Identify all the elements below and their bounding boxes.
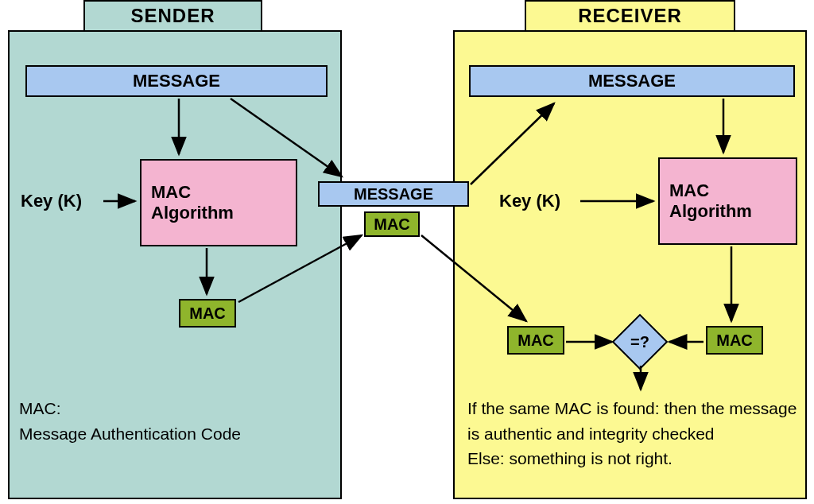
receiver-header: RECEIVER — [525, 0, 735, 32]
sender-note-line2: Message Authentication Code — [19, 421, 321, 447]
receiver-key-label: Key (K) — [499, 191, 560, 211]
receiver-algorithm-box: MAC Algorithm — [658, 157, 797, 245]
sender-mac-box: MAC — [179, 299, 236, 328]
compare-diamond: =? — [612, 314, 668, 370]
sender-key-label: Key (K) — [21, 191, 82, 211]
receiver-note: If the same MAC is found: then the messa… — [467, 396, 797, 471]
channel-message-box: MESSAGE — [318, 181, 469, 207]
receiver-algo-line1: MAC — [669, 180, 709, 201]
channel-mac-box: MAC — [364, 211, 420, 237]
receiver-mac-left-box: MAC — [507, 326, 564, 355]
sender-algo-line1: MAC — [151, 182, 191, 203]
sender-note: MAC: Message Authentication Code — [19, 396, 321, 446]
sender-note-line1: MAC: — [19, 396, 321, 421]
sender-header: SENDER — [83, 0, 262, 32]
sender-algo-line2: Algorithm — [151, 203, 234, 223]
receiver-message-box: MESSAGE — [469, 65, 795, 97]
sender-algorithm-box: MAC Algorithm — [140, 159, 297, 246]
compare-text: =? — [612, 314, 668, 370]
receiver-algo-line2: Algorithm — [669, 201, 752, 222]
sender-message-box: MESSAGE — [25, 65, 328, 97]
receiver-mac-right-box: MAC — [706, 326, 763, 355]
